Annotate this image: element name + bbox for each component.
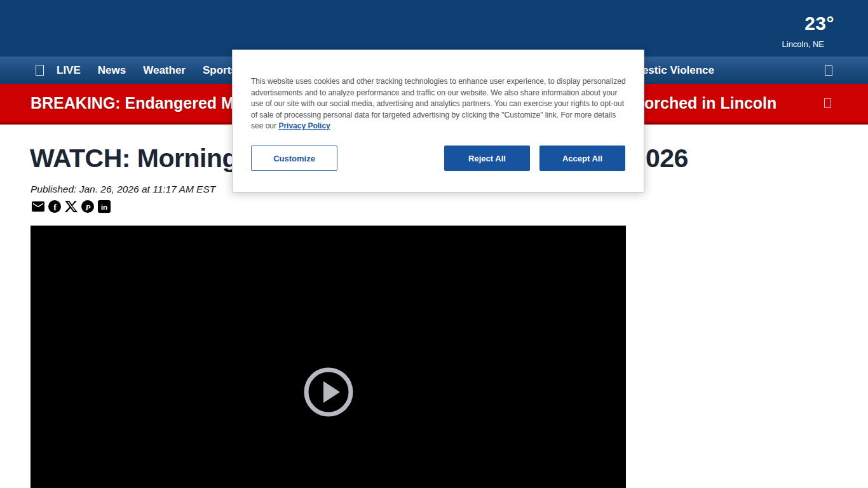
customize-button[interactable]: Customize [251, 146, 337, 171]
page: 23° Lincoln, NE LIVE News Weather Sports… [0, 0, 868, 488]
site-header: 23° Lincoln, NE [0, 0, 868, 57]
nav-item-live[interactable]: LIVE [57, 64, 81, 77]
menu-icon[interactable] [36, 65, 44, 76]
published-timestamp: Published: Jan. 26, 2026 at 11:17 AM EST [31, 184, 215, 195]
cookie-message: This website uses cookies and other trac… [251, 76, 627, 132]
temperature[interactable]: 23° [804, 13, 834, 34]
nav-item-weather[interactable]: Weather [143, 64, 186, 77]
linkedin-icon[interactable]: in [97, 199, 112, 214]
share-bar: f P in [31, 199, 113, 214]
play-button[interactable] [302, 365, 355, 419]
page-title-tail: 026 [646, 144, 688, 173]
page-title: WATCH: Morning [30, 144, 238, 173]
search-icon[interactable] [825, 65, 832, 76]
pinterest-icon[interactable]: P [80, 199, 95, 214]
nav-item-news[interactable]: News [98, 64, 126, 77]
video-player[interactable] [31, 226, 626, 488]
cookie-buttons-row: Customize Reject All Accept All [251, 146, 625, 171]
nav-right-group: Domestic Violence [618, 64, 832, 77]
email-icon[interactable] [31, 199, 46, 214]
breaking-text-left[interactable]: BREAKING: Endangered Missi [31, 94, 261, 112]
facebook-icon[interactable]: f [47, 199, 62, 214]
accept-all-button[interactable]: Accept All [539, 146, 625, 171]
cookie-consent-dialog: This website uses cookies and other trac… [232, 50, 644, 193]
privacy-policy-link[interactable]: Privacy Policy [278, 121, 330, 130]
svg-text:in: in [101, 203, 107, 211]
x-icon[interactable] [64, 199, 79, 214]
reject-all-button[interactable]: Reject All [444, 146, 530, 171]
breaking-text-right[interactable]: orched in Lincoln [644, 94, 776, 112]
svg-text:P: P [85, 203, 91, 212]
svg-text:f: f [53, 203, 57, 212]
weather-location[interactable]: Lincoln, NE [782, 39, 824, 49]
banner-chevron-icon[interactable] [824, 98, 831, 108]
